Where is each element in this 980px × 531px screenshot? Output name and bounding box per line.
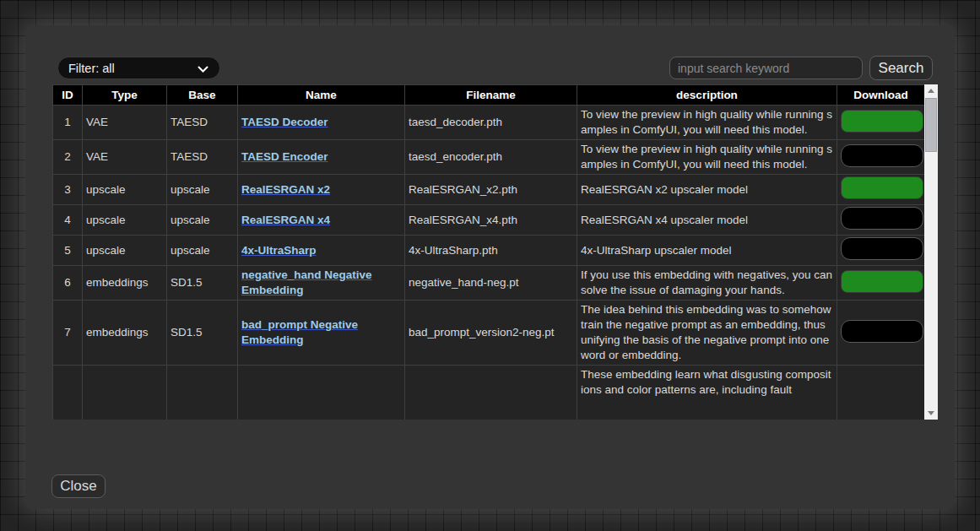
download-button[interactable] [841, 320, 923, 343]
header-name: Name [238, 85, 405, 106]
header-filename: Filename [405, 85, 577, 106]
filter-select-value: Filter: all [68, 62, 115, 75]
cell-name: negative_hand Negative Embedding [238, 266, 405, 301]
scrollbar-thumb[interactable] [925, 98, 937, 152]
cell-download [837, 301, 925, 366]
cell-download [837, 175, 925, 205]
model-name-link[interactable]: bad_prompt Negative Embedding [241, 318, 358, 346]
model-name-link[interactable]: RealESRGAN x2 [241, 183, 330, 196]
cell-base: TAESD [167, 140, 238, 175]
model-table-container: ID Type Base Name Filename description D… [52, 84, 938, 420]
cell-type: upscale [83, 205, 167, 236]
cell-download [837, 106, 925, 140]
cell-base: upscale [167, 205, 238, 236]
cell-description: The idea behind this embedding was to so… [577, 301, 837, 366]
header-base: Base [167, 85, 238, 106]
filter-select[interactable]: Filter: all [57, 57, 220, 79]
close-button[interactable]: Close [51, 474, 106, 498]
cell-filename: negative_hand-neg.pt [405, 266, 577, 301]
scrollbar-up-arrow-icon[interactable] [924, 84, 938, 97]
cell-name: 4x-UltraSharp [238, 236, 405, 266]
search-input[interactable] [669, 57, 863, 79]
cell-base: SD1.5 [167, 266, 238, 301]
cell-description: RealESRGAN x2 upscaler model [577, 175, 837, 205]
cell-type: embeddings [83, 301, 167, 366]
cell-id: 4 [53, 205, 83, 236]
cell-description: To view the preview in high quality whil… [577, 106, 837, 140]
cell-filename: RealESRGAN_x2.pth [405, 175, 577, 205]
cell-filename: taesd_decoder.pth [405, 106, 577, 140]
table-header-row: ID Type Base Name Filename description D… [53, 85, 925, 106]
cell-download [837, 236, 925, 266]
download-button[interactable] [841, 110, 923, 133]
model-name-link[interactable]: TAESD Decoder [241, 116, 328, 128]
table-row: 1 VAE TAESD TAESD Decoder taesd_decoder.… [53, 106, 925, 140]
table-row: 6 embeddings SD1.5 negative_hand Negativ… [53, 266, 925, 301]
cell-download [837, 205, 925, 236]
cell-description: If you use this embedding with negatives… [577, 266, 837, 301]
cell-id: 1 [53, 106, 83, 140]
download-button[interactable] [841, 207, 923, 230]
cell-id: 2 [53, 140, 83, 175]
header-id: ID [53, 85, 83, 106]
table-row: 2 VAE TAESD TAESD Encoder taesd_encoder.… [53, 140, 925, 175]
cell-filename: taesd_encoder.pth [405, 140, 577, 175]
model-name-link[interactable]: 4x-UltraSharp [241, 244, 317, 257]
cell-name: RealESRGAN x2 [238, 175, 405, 205]
cell-type: upscale [83, 236, 167, 266]
cell-download [837, 266, 925, 301]
cell-id: 5 [53, 236, 83, 266]
cell-description: To view the preview in high quality whil… [577, 140, 837, 175]
table-row: 5 upscale upscale 4x-UltraSharp 4x-Ultra… [53, 236, 925, 266]
cell-type: VAE [83, 140, 167, 175]
cell-type: embeddings [83, 266, 167, 301]
search-button[interactable]: Search [869, 56, 933, 80]
table-row: These embedding learn what disgusting co… [53, 366, 925, 420]
cell-type: upscale [83, 175, 167, 205]
cell-id [53, 366, 83, 420]
model-install-dialog: Filter: all Search ID Type Base Name Fil… [25, 25, 955, 509]
cell-name: TAESD Decoder [238, 106, 405, 140]
cell-type: VAE [83, 106, 167, 140]
cell-filename [405, 366, 577, 420]
scrollbar-down-arrow-icon[interactable] [924, 407, 938, 420]
cell-name: TAESD Encoder [238, 140, 405, 175]
cell-type [83, 366, 167, 420]
cell-base: upscale [167, 236, 238, 266]
cell-description: These embedding learn what disgusting co… [577, 366, 837, 420]
cell-filename: RealESRGAN_x4.pth [405, 205, 577, 236]
table-row: 3 upscale upscale RealESRGAN x2 RealESRG… [53, 175, 925, 205]
cell-filename: 4x-UltraSharp.pth [405, 236, 577, 266]
download-button[interactable] [841, 270, 923, 293]
cell-name: RealESRGAN x4 [238, 205, 405, 236]
cell-base: upscale [167, 175, 238, 205]
download-button[interactable] [841, 237, 923, 260]
cell-filename: bad_prompt_version2-neg.pt [405, 301, 577, 366]
header-download: Download [837, 85, 925, 106]
cell-name [238, 366, 405, 420]
cell-base: SD1.5 [167, 301, 238, 366]
cell-base [167, 366, 238, 420]
cell-id: 6 [53, 266, 83, 301]
header-description: description [577, 85, 837, 106]
download-button[interactable] [841, 176, 923, 199]
model-table: ID Type Base Name Filename description D… [52, 84, 925, 420]
table-row: 4 upscale upscale RealESRGAN x4 RealESRG… [53, 205, 925, 236]
table-scrollbar[interactable] [924, 84, 938, 420]
cell-download [837, 140, 925, 175]
model-name-link[interactable]: RealESRGAN x4 [241, 214, 330, 226]
cell-name: bad_prompt Negative Embedding [238, 301, 405, 366]
table-row: 7 embeddings SD1.5 bad_prompt Negative E… [53, 301, 925, 366]
cell-id: 3 [53, 175, 83, 205]
cell-download [837, 366, 925, 420]
cell-description: RealESRGAN x4 upscaler model [577, 205, 837, 236]
cell-id: 7 [53, 301, 83, 366]
cell-description: 4x-UltraSharp upscaler model [577, 236, 837, 266]
download-button[interactable] [841, 144, 923, 167]
model-name-link[interactable]: negative_hand Negative Embedding [241, 268, 372, 296]
cell-base: TAESD [167, 106, 238, 140]
model-name-link[interactable]: TAESD Encoder [241, 150, 328, 163]
chevron-down-icon [198, 62, 208, 75]
header-type: Type [83, 85, 167, 106]
